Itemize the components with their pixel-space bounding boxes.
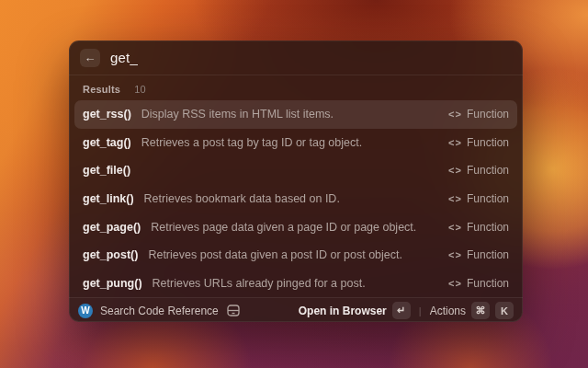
result-type-label: Function <box>467 221 509 234</box>
result-row[interactable]: get_file() <> Function <box>74 156 517 185</box>
code-brackets-icon: <> <box>448 249 462 260</box>
function-name: get_rss() <box>83 108 131 121</box>
function-name: get_pung() <box>83 277 142 290</box>
result-type-label: Function <box>467 277 509 290</box>
result-type-accessory: <> Function <box>448 136 509 149</box>
function-description: Retrieves page data given a page ID or p… <box>151 221 416 234</box>
code-brackets-icon: <> <box>448 278 462 289</box>
result-type-label: Function <box>467 136 509 149</box>
footer-bar: W Search Code Reference Open in Browser … <box>69 297 523 322</box>
back-button[interactable]: ← <box>80 49 100 67</box>
footer-divider: | <box>419 305 422 316</box>
result-row[interactable]: get_pung() Retrieves URLs already pinged… <box>74 270 517 298</box>
result-row[interactable]: get_rss() Display RSS items in HTML list… <box>74 100 517 129</box>
actions-label: Actions <box>430 305 466 317</box>
function-description: Retrieves a post tag by tag ID or tag ob… <box>141 136 362 149</box>
function-description: Retrieves URLs already pinged for a post… <box>153 277 366 290</box>
result-row[interactable]: get_tag() Retrieves a post tag by tag ID… <box>74 129 517 157</box>
function-name: get_link() <box>83 192 134 205</box>
result-type-accessory: <> Function <box>448 277 509 290</box>
search-input[interactable]: get_ <box>110 50 138 65</box>
cmd-key-icon: ⌘ <box>471 302 490 319</box>
wordpress-logo-icon: W <box>78 304 93 318</box>
function-description: Retrieves post data given a post ID or p… <box>148 248 402 261</box>
result-type-accessory: <> Function <box>448 221 509 234</box>
search-header: ← get_ <box>69 40 523 75</box>
result-type-label: Function <box>467 248 509 261</box>
function-description: Display RSS items in HTML list items. <box>141 108 334 121</box>
code-brackets-icon: <> <box>448 109 462 120</box>
open-in-browser-label: Open in Browser <box>299 305 387 317</box>
function-name: get_post() <box>83 248 138 261</box>
disk-icon <box>227 305 240 316</box>
code-brackets-icon: <> <box>448 165 462 176</box>
code-brackets-icon: <> <box>448 137 462 148</box>
open-in-browser-button[interactable]: Open in Browser ↵ <box>299 302 411 319</box>
function-description: Retrieves bookmark data based on ID. <box>144 192 340 205</box>
enter-key-icon: ↵ <box>392 302 411 319</box>
function-name: get_tag() <box>83 136 131 149</box>
result-type-accessory: <> Function <box>448 108 509 121</box>
result-type-label: Function <box>467 164 509 177</box>
results-label: Results <box>83 84 120 95</box>
code-brackets-icon: <> <box>448 222 462 233</box>
results-section-header: Results 10 <box>69 75 523 98</box>
function-name: get_page() <box>83 221 141 234</box>
result-type-label: Function <box>467 192 509 205</box>
command-source-label: Search Code Reference <box>100 305 219 317</box>
command-palette-window: ← get_ Results 10 get_rss() Display RSS … <box>69 40 523 322</box>
code-brackets-icon: <> <box>448 193 462 204</box>
k-key-icon: K <box>495 302 514 319</box>
result-type-label: Function <box>467 108 509 121</box>
results-list: get_rss() Display RSS items in HTML list… <box>69 98 523 297</box>
actions-button[interactable]: Actions ⌘ K <box>430 302 514 319</box>
back-arrow-icon: ← <box>85 51 96 64</box>
result-type-accessory: <> Function <box>448 164 509 177</box>
function-name: get_file() <box>83 164 130 177</box>
results-count: 10 <box>134 84 146 95</box>
result-type-accessory: <> Function <box>448 248 509 261</box>
result-row[interactable]: get_link() Retrieves bookmark data based… <box>74 185 517 213</box>
result-row[interactable]: get_page() Retrieves page data given a p… <box>74 213 517 241</box>
result-row[interactable]: get_post() Retrieves post data given a p… <box>74 241 517 270</box>
result-type-accessory: <> Function <box>448 192 509 205</box>
